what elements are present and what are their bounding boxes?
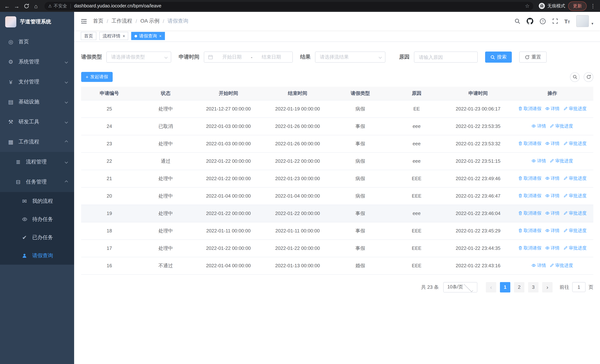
- avatar[interactable]: [576, 15, 589, 27]
- forward-icon[interactable]: →: [13, 3, 20, 9]
- sidebar-item-infrastructure[interactable]: ▤ 基础设施: [0, 92, 74, 112]
- action-cancel-link[interactable]: 取消请假: [518, 106, 542, 112]
- sidebar-item-todo-tasks[interactable]: 待办任务: [0, 210, 74, 228]
- sidebar-item-system[interactable]: ⚙ 系统管理: [0, 52, 74, 72]
- action-detail-link[interactable]: 详情: [545, 140, 560, 147]
- close-icon[interactable]: ×: [123, 34, 125, 38]
- action-progress-link[interactable]: 审批进度: [563, 228, 587, 234]
- tab-home[interactable]: 首页: [81, 32, 96, 40]
- sidebar-item-workflow[interactable]: ▦ 工作流程: [0, 132, 74, 152]
- url-text[interactable]: dashboard.yudao.iocoder.cn/bpm/oa/leave: [74, 3, 161, 9]
- breadcrumb-item[interactable]: OA 示例: [141, 18, 159, 24]
- page-button-2[interactable]: 2: [514, 282, 525, 292]
- action-progress-link[interactable]: 审批进度: [563, 245, 587, 251]
- action-progress-link[interactable]: 审批进度: [563, 140, 587, 147]
- font-size-icon[interactable]: TT: [564, 18, 570, 24]
- breadcrumb-item[interactable]: 工作流程: [112, 18, 132, 24]
- action-detail-link[interactable]: 详情: [545, 175, 560, 182]
- not-secure-label[interactable]: 不安全: [54, 3, 67, 9]
- avatar-caret-icon[interactable]: ▾: [591, 21, 593, 26]
- toggle-search-icon[interactable]: [570, 72, 580, 82]
- search-button[interactable]: 搜索: [485, 52, 512, 63]
- eye-icon: [532, 159, 536, 163]
- cell-type: 事假: [332, 205, 388, 222]
- sidebar-item-task-mgmt[interactable]: ⊟ 任务管理: [0, 172, 74, 192]
- action-detail-link[interactable]: 详情: [545, 245, 560, 251]
- page-size-value: 10条/页: [447, 284, 463, 290]
- tab-leave-query[interactable]: 请假查询 ×: [131, 32, 165, 40]
- browser-update-button[interactable]: 更新: [568, 1, 587, 10]
- action-detail-link[interactable]: 详情: [545, 228, 560, 234]
- start-date-placeholder[interactable]: 开始日期: [215, 54, 249, 60]
- sidebar-item-payment[interactable]: ¥ 支付管理: [0, 72, 74, 92]
- action-detail-link[interactable]: 详情: [545, 193, 560, 199]
- action-progress-link[interactable]: 审批进度: [563, 193, 587, 199]
- search-icon[interactable]: [514, 18, 520, 24]
- sidebar-item-leave-query[interactable]: 请假查询: [0, 246, 74, 265]
- create-leave-button[interactable]: + 发起请假: [81, 72, 112, 82]
- result-select[interactable]: 请选择流结果: [315, 52, 385, 63]
- action-cancel-link[interactable]: 取消请假: [518, 210, 542, 216]
- prev-page-button[interactable]: ‹: [486, 282, 496, 292]
- cell-reason: eee: [388, 205, 445, 222]
- cell-reason: EEE: [388, 170, 445, 187]
- url-bar[interactable]: ⚠ 不安全 dashboard.yudao.iocoder.cn/bpm/oa/…: [45, 2, 533, 10]
- action-detail-link[interactable]: 详情: [532, 158, 546, 164]
- action-detail-link[interactable]: 详情: [532, 262, 546, 269]
- apply-time-range-picker[interactable]: 开始日期 - 结束日期: [204, 52, 293, 63]
- eye-icon: [545, 176, 550, 181]
- sidebar-item-home[interactable]: ◎ 首页: [0, 32, 74, 52]
- sidebar-item-label: 我的流程: [32, 198, 53, 205]
- page-button-3[interactable]: 3: [528, 282, 538, 292]
- edit-icon: [563, 246, 568, 250]
- action-cancel-link[interactable]: 取消请假: [518, 175, 542, 182]
- browser-menu-icon[interactable]: ⋮: [590, 3, 596, 9]
- action-cancel-link[interactable]: 取消请假: [518, 193, 542, 199]
- sidebar-item-my-process[interactable]: ✉ 我的流程: [0, 192, 74, 210]
- action-cancel-link[interactable]: 取消请假: [518, 140, 542, 147]
- action-progress-link[interactable]: 审批进度: [563, 210, 587, 216]
- sidebar-item-done-tasks[interactable]: ✔ 已办任务: [0, 228, 74, 246]
- action-progress-link[interactable]: 审批进度: [550, 262, 573, 269]
- github-icon[interactable]: [526, 18, 533, 24]
- sidebar-item-devtools[interactable]: ⚒ 研发工具: [0, 112, 74, 132]
- tab-process-detail[interactable]: 流程详情 ×: [99, 32, 128, 40]
- cell-status: 已取消: [138, 118, 194, 135]
- action-detail-link[interactable]: 详情: [532, 123, 546, 129]
- cell-status: 处理中: [138, 239, 194, 257]
- reload-icon[interactable]: [23, 3, 30, 9]
- browser-home-icon[interactable]: ⌂: [33, 3, 39, 9]
- page-content: 请假类型 请选择请假类型 申请时间 开始日期 - 结束日期 结果: [74, 42, 600, 364]
- sidebar-toggle-icon[interactable]: [81, 18, 87, 24]
- app-logo[interactable]: 芋道管理系统: [0, 12, 74, 32]
- action-progress-link[interactable]: 审批进度: [550, 158, 573, 164]
- bookmark-star-icon[interactable]: ☆: [525, 3, 530, 9]
- app-shell: 芋道管理系统 ◎ 首页 ⚙ 系统管理 ¥ 支付管理 ▤: [0, 12, 600, 364]
- cell-id: 22: [81, 152, 138, 170]
- close-icon[interactable]: ×: [159, 34, 162, 38]
- back-icon[interactable]: ←: [4, 3, 10, 9]
- action-cancel-link[interactable]: 取消请假: [518, 245, 542, 251]
- page-button-1[interactable]: 1: [500, 282, 510, 292]
- reason-input[interactable]: [414, 52, 478, 63]
- action-detail-link[interactable]: 详情: [545, 106, 560, 112]
- leave-type-select[interactable]: 请选择请假类型: [106, 52, 171, 63]
- help-icon[interactable]: ?: [539, 18, 546, 24]
- action-detail-link[interactable]: 详情: [545, 210, 560, 216]
- goto-page-input[interactable]: [572, 282, 586, 292]
- not-secure-icon: ⚠: [48, 3, 52, 8]
- action-cancel-link[interactable]: 取消请假: [518, 228, 542, 234]
- action-progress-link[interactable]: 审批进度: [563, 175, 587, 182]
- end-date-placeholder[interactable]: 结束日期: [254, 54, 289, 60]
- next-page-button[interactable]: ›: [542, 282, 553, 292]
- action-progress-link[interactable]: 审批进度: [563, 106, 587, 112]
- cell-status: 不通过: [138, 257, 194, 274]
- breadcrumb-item[interactable]: 首页: [93, 18, 103, 24]
- reset-button[interactable]: 重置: [519, 52, 547, 63]
- refresh-table-icon[interactable]: [584, 72, 593, 82]
- fullscreen-icon[interactable]: [552, 18, 558, 24]
- my-process-icon: ✉: [21, 198, 28, 205]
- page-size-select[interactable]: 10条/页: [443, 282, 477, 292]
- sidebar-item-process-mgmt[interactable]: ≣ 流程管理: [0, 152, 74, 172]
- action-progress-link[interactable]: 审批进度: [550, 123, 573, 129]
